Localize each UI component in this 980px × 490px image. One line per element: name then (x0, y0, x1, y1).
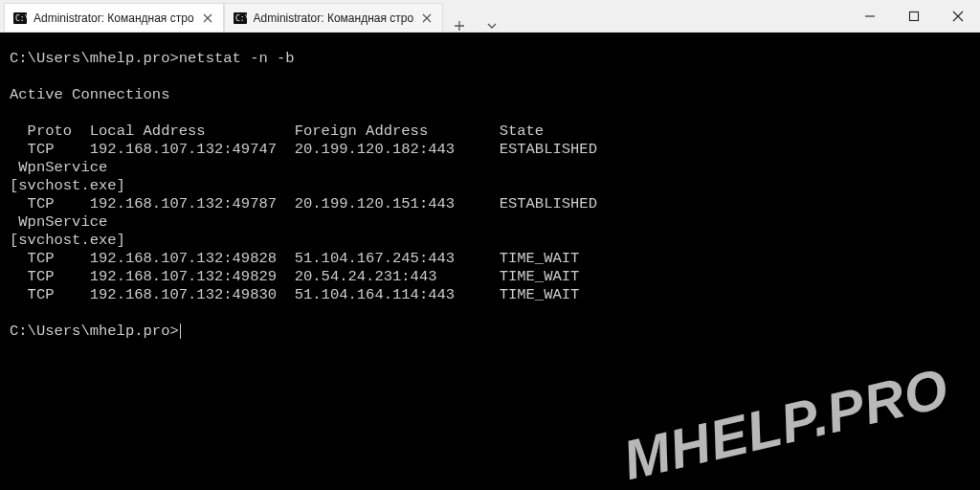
cursor (180, 323, 181, 339)
tab-strip: C:\ Administrator: Командная стро C:\ Ad… (0, 0, 848, 32)
maximize-button[interactable] (892, 0, 936, 32)
service-line: WpnService (10, 159, 107, 176)
app-window: C:\ Administrator: Командная стро C:\ Ad… (0, 0, 980, 490)
prompt-path: C:\Users\mhelp.pro> (10, 50, 179, 67)
columns-header: Proto Local Address Foreign Address Stat… (10, 122, 544, 140)
active-connections-header: Active Connections (10, 86, 169, 103)
close-window-button[interactable] (936, 0, 980, 32)
table-row: TCP 192.168.107.132:49787 20.199.120.151… (10, 195, 597, 212)
prompt-line: C:\Users\mhelp.pro> (10, 323, 181, 340)
tab-2[interactable]: C:\ Administrator: Командная стро (224, 3, 444, 32)
table-row: TCP 192.168.107.132:49747 20.199.120.182… (10, 141, 597, 158)
window-controls (848, 0, 980, 32)
svg-text:C:\: C:\ (15, 14, 28, 23)
table-row: TCP 192.168.107.132:49828 51.104.167.245… (10, 250, 579, 267)
terminal-output[interactable]: C:\Users\mhelp.pro>netstat -n -b Active … (0, 33, 980, 490)
service-line: WpnService (10, 213, 107, 231)
tab-dropdown-button[interactable] (476, 20, 508, 32)
tab-1[interactable]: C:\ Administrator: Командная стро (4, 3, 224, 32)
command-text: netstat -n -b (179, 50, 295, 67)
terminal-icon: C:\ (233, 11, 248, 26)
new-tab-button[interactable] (443, 20, 476, 32)
prompt-path: C:\Users\mhelp.pro> (10, 323, 179, 340)
minimize-button[interactable] (848, 0, 892, 32)
close-icon[interactable] (419, 11, 434, 26)
titlebar: C:\ Administrator: Командная стро C:\ Ad… (0, 0, 980, 33)
close-icon[interactable] (200, 11, 215, 26)
tab-title: Administrator: Командная стро (33, 11, 194, 25)
svg-rect-4 (910, 11, 919, 20)
prompt-line: C:\Users\mhelp.pro>netstat -n -b (10, 50, 295, 67)
table-row: TCP 192.168.107.132:49830 51.104.164.114… (10, 286, 579, 303)
table-row: TCP 192.168.107.132:49829 20.54.24.231:4… (10, 268, 579, 285)
terminal-icon: C:\ (12, 11, 28, 26)
svg-text:C:\: C:\ (235, 14, 248, 23)
exe-line: [svchost.exe] (10, 232, 125, 249)
exe-line: [svchost.exe] (10, 177, 125, 194)
tab-title: Administrator: Командная стро (254, 11, 414, 25)
watermark: MHELP.PRO (622, 377, 949, 469)
